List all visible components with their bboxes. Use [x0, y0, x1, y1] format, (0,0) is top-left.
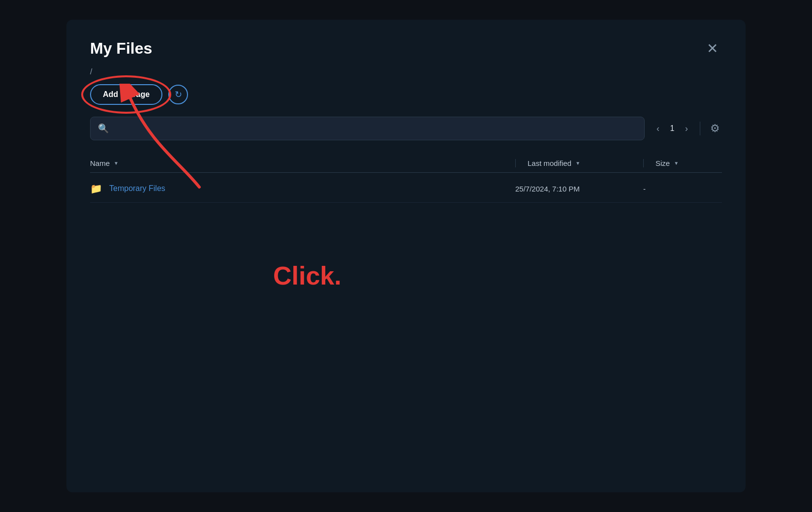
- search-input[interactable]: [90, 117, 645, 140]
- my-files-dialog: My Files ✕ / Add Storage ↻ 🔍 ‹ 1 › ⚙ Nam…: [66, 20, 746, 492]
- breadcrumb: /: [90, 67, 722, 76]
- prev-page-button[interactable]: ‹: [653, 122, 663, 136]
- click-annotation: Click.: [273, 261, 342, 290]
- page-number: 1: [667, 124, 677, 133]
- modified-sort-icon[interactable]: ▼: [575, 160, 580, 166]
- next-page-button[interactable]: ›: [681, 122, 692, 136]
- toolbar: Add Storage ↻: [90, 84, 722, 105]
- file-name: Temporary Files: [109, 184, 165, 193]
- dialog-title: My Files: [90, 39, 152, 58]
- refresh-button[interactable]: ↻: [168, 85, 188, 104]
- pagination-divider: [700, 122, 700, 135]
- col-size-label: Size: [656, 159, 670, 167]
- add-storage-wrapper: Add Storage: [90, 84, 162, 105]
- file-date: 25/7/2024, 7:10 PM: [515, 185, 643, 193]
- search-icon: 🔍: [98, 123, 109, 134]
- col-header-size: Size ▼: [643, 159, 722, 167]
- col-divider-1: [515, 159, 516, 167]
- size-sort-icon[interactable]: ▼: [674, 160, 679, 166]
- settings-button[interactable]: ⚙: [708, 120, 722, 137]
- table-row[interactable]: 📁 Temporary Files 25/7/2024, 7:10 PM -: [90, 175, 722, 203]
- col-name-label: Name: [90, 159, 110, 167]
- search-input-wrapper: 🔍: [90, 117, 645, 140]
- file-size: -: [643, 185, 722, 193]
- dialog-header: My Files ✕: [90, 39, 722, 58]
- col-header-modified: Last modified ▼: [515, 159, 643, 167]
- add-storage-button[interactable]: Add Storage: [90, 84, 162, 105]
- col-header-name: Name ▼: [90, 159, 515, 167]
- name-sort-icon[interactable]: ▼: [114, 160, 119, 166]
- col-divider-2: [643, 159, 644, 167]
- search-bar-row: 🔍 ‹ 1 › ⚙: [90, 117, 722, 140]
- col-modified-label: Last modified: [528, 159, 571, 167]
- folder-icon: 📁: [90, 183, 102, 194]
- pagination-controls: ‹ 1 › ⚙: [653, 120, 722, 137]
- table-header: Name ▼ Last modified ▼ Size ▼: [90, 154, 722, 173]
- close-button[interactable]: ✕: [703, 40, 722, 58]
- file-name-cell: 📁 Temporary Files: [90, 183, 515, 194]
